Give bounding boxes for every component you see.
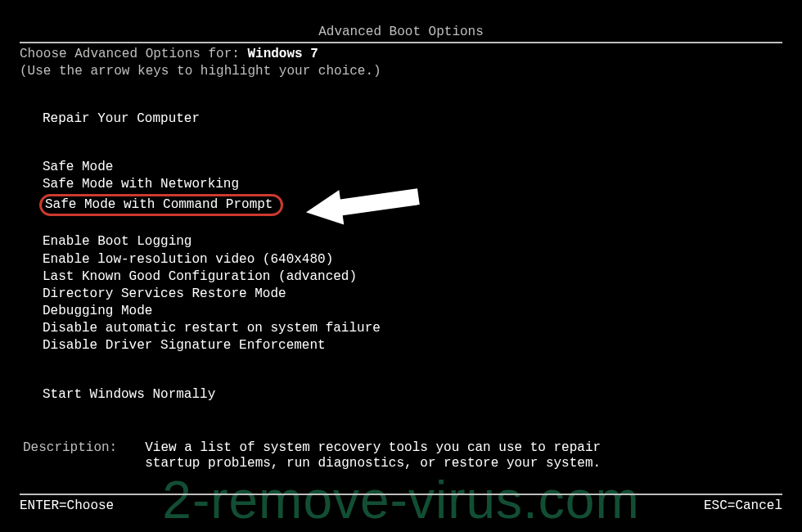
choose-label: Choose Advanced Options for: (20, 47, 247, 61)
description-text: View a list of system recovery tools you… (145, 440, 652, 471)
option-safe-mode[interactable]: Safe Mode (43, 160, 782, 175)
description-label: Description: (23, 440, 117, 471)
option-debugging-mode[interactable]: Debugging Mode (43, 304, 782, 319)
os-name: Windows 7 (247, 47, 318, 61)
option-safe-mode-networking[interactable]: Safe Mode with Networking (43, 177, 782, 192)
page-title: Advanced Boot Options (318, 25, 484, 39)
option-disable-auto-restart[interactable]: Disable automatic restart on system fail… (43, 321, 782, 336)
option-safe-mode-command-prompt[interactable]: Safe Mode with Command Prompt (43, 194, 782, 216)
option-enable-boot-logging[interactable]: Enable Boot Logging (43, 234, 782, 250)
option-last-known-good[interactable]: Last Known Good Configuration (advanced) (43, 269, 782, 285)
hint-text: (Use the arrow keys to highlight your ch… (20, 64, 782, 79)
option-repair-your-computer[interactable]: Repair Your Computer (43, 111, 782, 127)
option-low-res-video[interactable]: Enable low-resolution video (640x480) (43, 252, 782, 268)
option-ds-restore-mode[interactable]: Directory Services Restore Mode (43, 286, 782, 302)
highlighted-option: Safe Mode with Command Prompt (39, 194, 283, 216)
option-start-windows-normally[interactable]: Start Windows Normally (43, 387, 782, 403)
option-disable-driver-sig[interactable]: Disable Driver Signature Enforcement (43, 338, 782, 354)
footer-esc: ESC=Cancel (704, 498, 782, 514)
footer-enter: ENTER=Choose (20, 498, 114, 514)
